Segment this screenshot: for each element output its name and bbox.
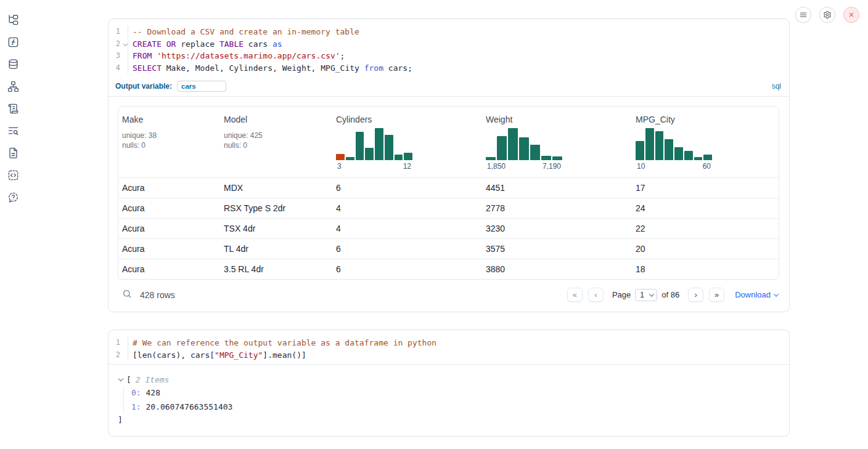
code-token: [len(cars), cars[ bbox=[133, 350, 215, 360]
table-cell: 2778 bbox=[482, 203, 632, 213]
language-badge: sql bbox=[772, 82, 781, 91]
scroll-logs-button[interactable] bbox=[2, 97, 24, 119]
function-square-icon bbox=[7, 36, 19, 48]
histogram-bar bbox=[336, 154, 345, 160]
column-stat: nulls: 0 bbox=[224, 140, 332, 150]
code-line[interactable]: 2CREATE OR replace TABLE cars as bbox=[108, 38, 789, 51]
histogram-min-label: 1,850 bbox=[487, 162, 506, 171]
code-line[interactable]: 3FROM 'https://datasets.marimo.app/cars.… bbox=[108, 50, 789, 62]
histogram-bar bbox=[655, 131, 664, 160]
table-cell: 6 bbox=[332, 244, 482, 254]
first-page-button[interactable]: « bbox=[567, 288, 583, 302]
code-token: 'https://datasets.marimo.app/cars.csv' bbox=[157, 51, 340, 60]
histogram-bar bbox=[636, 141, 644, 160]
database-button[interactable] bbox=[2, 53, 24, 75]
line-number: 1 bbox=[108, 26, 128, 38]
histogram-bar bbox=[486, 157, 496, 160]
histogram-bar bbox=[375, 128, 383, 160]
menu-icon bbox=[799, 10, 808, 19]
histogram-max-label: 60 bbox=[703, 162, 711, 171]
items-count-label: 2 Items bbox=[136, 375, 170, 384]
settings-button[interactable] bbox=[819, 7, 835, 23]
code-token: CREATE bbox=[133, 39, 162, 49]
last-page-button[interactable]: » bbox=[709, 288, 724, 302]
table-cell: 17 bbox=[632, 183, 779, 193]
list-item-value: 428 bbox=[141, 388, 160, 397]
histogram-bar bbox=[385, 135, 393, 160]
menu-button[interactable] bbox=[795, 7, 811, 23]
table-cell: 6 bbox=[332, 264, 482, 274]
histogram-bar bbox=[665, 139, 673, 160]
table-cell: 24 bbox=[632, 203, 779, 213]
column-header[interactable]: Makeunique: 38nulls: 0 bbox=[118, 115, 220, 171]
shutdown-close-icon bbox=[847, 10, 856, 19]
column-stats: unique: 425nulls: 0 bbox=[224, 131, 332, 150]
histogram-bar bbox=[404, 153, 412, 160]
sql-code-editor[interactable]: 1-- Download a CSV and create an in-memo… bbox=[108, 19, 789, 77]
code-token: from bbox=[364, 63, 383, 73]
output-variable-input[interactable] bbox=[177, 81, 226, 92]
column-stats: unique: 38nulls: 0 bbox=[122, 131, 220, 150]
search-icon[interactable] bbox=[122, 289, 132, 301]
row-count: 428 rows bbox=[140, 290, 175, 300]
table-row: Acura3.5 RL 4dr6388018 bbox=[118, 259, 779, 279]
histogram-axis-labels: 312 bbox=[336, 162, 412, 171]
code-line[interactable]: 2[len(cars), cars["MPG_City"].mean()] bbox=[108, 349, 789, 362]
code-line[interactable]: 1# We can reference the output variable … bbox=[108, 337, 789, 349]
table-cell: 4 bbox=[332, 224, 482, 233]
prev-page-button[interactable]: ‹ bbox=[588, 288, 604, 302]
column-header[interactable]: Weight1,8507,190 bbox=[482, 115, 632, 171]
histogram-min-label: 10 bbox=[637, 162, 645, 171]
snippets-code-button[interactable] bbox=[2, 164, 24, 186]
tree-root-row[interactable]: [ 2 Items bbox=[118, 373, 779, 386]
help-button[interactable] bbox=[2, 186, 24, 208]
python-code-editor[interactable]: 1# We can reference the output variable … bbox=[108, 330, 789, 364]
histogram-bar bbox=[645, 128, 654, 160]
histogram-bar bbox=[365, 148, 374, 160]
histogram-bar bbox=[703, 155, 712, 160]
column-stat: nulls: 0 bbox=[122, 140, 220, 150]
output-variable-row: Output variable: sql bbox=[108, 77, 789, 96]
histogram-axis-labels: 1,8507,190 bbox=[486, 162, 562, 171]
histogram-bar bbox=[684, 151, 693, 160]
table-header: Makeunique: 38nulls: 0Modelunique: 425nu… bbox=[118, 107, 779, 177]
dependency-graph-button[interactable] bbox=[2, 75, 24, 97]
column-header[interactable]: Modelunique: 425nulls: 0 bbox=[220, 115, 332, 171]
table-row: AcuraRSX Type S 2dr4277824 bbox=[118, 198, 779, 218]
table-row: AcuraMDX6445117 bbox=[118, 177, 779, 198]
shutdown-button[interactable] bbox=[843, 7, 859, 23]
column-header[interactable]: MPG_City1060 bbox=[632, 115, 779, 171]
table-cell: Acura bbox=[118, 224, 220, 233]
fold-chevron-icon[interactable] bbox=[123, 41, 128, 46]
page-select[interactable]: 1 bbox=[635, 289, 657, 301]
collapse-chevron-icon[interactable] bbox=[118, 376, 123, 381]
list-item-index: 1: bbox=[131, 402, 141, 411]
code-line[interactable]: 1-- Download a CSV and create an in-memo… bbox=[108, 26, 789, 38]
table-row: AcuraTSX 4dr4323022 bbox=[118, 218, 779, 238]
file-tree-button[interactable] bbox=[2, 9, 24, 31]
list-item-index: 0: bbox=[131, 388, 141, 397]
list-output-tree: [ 2 Items 0: 4281: 20.060747663551403 ] bbox=[108, 365, 789, 436]
open-bracket: [ bbox=[126, 375, 131, 384]
close-bracket: ] bbox=[118, 414, 779, 426]
next-page-button[interactable]: › bbox=[688, 288, 703, 302]
code-token: -- Download a CSV and create an in-memor… bbox=[133, 27, 359, 36]
code-token: Make, Model, Cylinders, Weight, MPG_City bbox=[162, 63, 364, 73]
histogram-bar bbox=[519, 137, 529, 160]
code-token: "MPG_City" bbox=[215, 350, 263, 360]
notebook: 1-- Download a CSV and create an in-memo… bbox=[108, 0, 790, 437]
histogram-bar bbox=[552, 156, 562, 160]
text-search-button[interactable] bbox=[2, 119, 24, 142]
column-header[interactable]: Cylinders312 bbox=[332, 115, 482, 171]
document-button[interactable] bbox=[2, 142, 24, 164]
histogram-bar bbox=[508, 128, 518, 160]
histogram-bar bbox=[356, 132, 364, 160]
code-token: SELECT bbox=[133, 63, 162, 73]
code-line[interactable]: 4SELECT Make, Model, Cylinders, Weight, … bbox=[108, 62, 789, 75]
histogram-axis-labels: 1060 bbox=[636, 162, 712, 171]
table-cell: 3230 bbox=[482, 224, 632, 233]
table-cell: 20 bbox=[632, 244, 779, 254]
code-text: # We can reference the output variable a… bbox=[128, 337, 436, 349]
download-button[interactable]: Download bbox=[735, 290, 778, 299]
function-square-button[interactable] bbox=[2, 31, 24, 53]
